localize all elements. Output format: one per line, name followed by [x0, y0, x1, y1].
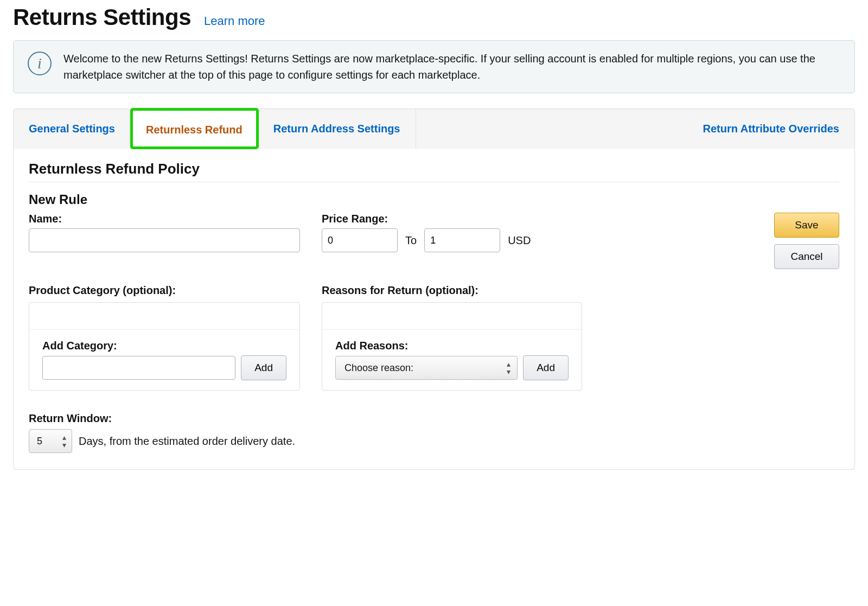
name-input[interactable]	[29, 228, 300, 252]
product-category-label: Product Category (optional):	[29, 284, 300, 297]
section-heading-new-rule: New Rule	[29, 192, 839, 207]
name-label: Name:	[29, 213, 300, 225]
tab-bar: General Settings Returnless Refund Retur…	[13, 109, 855, 149]
section-heading-policy: Returnless Refund Policy	[29, 161, 839, 182]
return-window-label: Return Window:	[29, 412, 839, 425]
info-message: Welcome to the new Returns Settings! Ret…	[63, 50, 840, 83]
add-reasons-label: Add Reasons:	[335, 340, 569, 352]
add-category-button[interactable]: Add	[241, 355, 286, 380]
return-window-value: 5	[37, 436, 42, 447]
add-reason-button[interactable]: Add	[523, 355, 569, 380]
product-category-box: Add Category: Add	[29, 302, 300, 391]
price-range-label: Price Range:	[322, 213, 582, 225]
price-to-label: To	[405, 234, 417, 247]
page-title: Returns Settings	[13, 4, 191, 30]
chevron-up-down-icon: ▴▾	[62, 433, 66, 449]
reason-select[interactable]: Choose reason: ▴▾	[335, 356, 518, 380]
info-icon: i	[28, 52, 52, 75]
return-window-select[interactable]: 5 ▴▾	[29, 429, 72, 453]
reasons-list	[322, 303, 582, 330]
learn-more-link[interactable]: Learn more	[204, 14, 265, 28]
save-button[interactable]: Save	[774, 213, 839, 238]
reason-select-value: Choose reason:	[344, 362, 413, 374]
info-banner: i Welcome to the new Returns Settings! R…	[13, 40, 855, 93]
tab-spacer	[416, 109, 688, 149]
chevron-up-down-icon: ▴▾	[507, 360, 510, 375]
tab-returnless-refund[interactable]: Returnless Refund	[131, 109, 258, 149]
product-category-list	[29, 303, 299, 330]
reasons-label: Reasons for Return (optional):	[322, 284, 582, 297]
add-category-label: Add Category:	[42, 340, 286, 352]
return-window-tail: Days, from the estimated order delivery …	[79, 435, 295, 448]
reasons-box: Add Reasons: Choose reason: ▴▾ Add	[322, 302, 582, 391]
price-to-input[interactable]	[424, 228, 500, 252]
price-from-input[interactable]	[322, 228, 398, 252]
cancel-button[interactable]: Cancel	[774, 244, 839, 269]
add-category-input[interactable]	[42, 356, 235, 380]
tab-return-address-settings[interactable]: Return Address Settings	[258, 109, 416, 149]
panel-returnless-refund: Returnless Refund Policy New Rule Name: …	[13, 149, 855, 470]
tab-general-settings[interactable]: General Settings	[14, 109, 131, 149]
currency-label: USD	[508, 234, 531, 247]
tab-return-attribute-overrides[interactable]: Return Attribute Overrides	[687, 109, 854, 149]
